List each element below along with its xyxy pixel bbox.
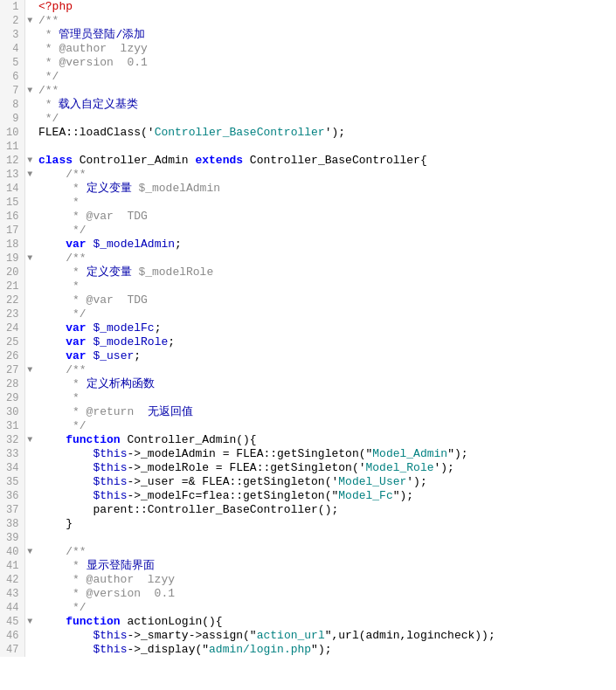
code-line: * <box>35 196 616 210</box>
code-token: * @version 0.1 <box>38 587 175 600</box>
code-line: * @var TDG <box>35 293 616 307</box>
code-token: * <box>38 182 87 195</box>
code-line: <?php <box>35 0 616 14</box>
code-token: * <box>38 196 80 209</box>
table-row: 29 * <box>0 391 616 405</box>
code-token: "); <box>311 643 331 656</box>
table-row: 42 * @author lzyy <box>0 573 616 587</box>
fold-icon <box>24 461 35 475</box>
table-row: 6 */ <box>0 70 616 84</box>
fold-icon <box>24 0 35 14</box>
code-line: var $_modelRole; <box>35 335 616 349</box>
table-row: 10FLEA::loadClass('Controller_BaseContro… <box>0 126 616 140</box>
code-token: ->_modelFc=flea::getSingleton(" <box>127 489 338 502</box>
code-token: class <box>38 154 73 167</box>
code-line: * @author lzyy <box>35 42 616 56</box>
code-token: * @var TDG <box>38 293 148 307</box>
fold-icon[interactable]: ▼ <box>24 84 35 98</box>
code-token: <?php <box>38 0 73 13</box>
code-token: ; <box>155 321 162 335</box>
code-token: Model_Admin <box>372 447 447 460</box>
code-line: function Controller_Admin(){ <box>35 433 616 447</box>
line-number: 10 <box>0 126 24 140</box>
table-row: 24 var $_modelFc; <box>0 321 616 335</box>
fold-icon[interactable]: ▼ <box>24 363 35 377</box>
fold-icon[interactable]: ▼ <box>24 615 35 629</box>
code-token: /** <box>38 545 87 558</box>
code-token: FLEA::loadClass(' <box>38 126 155 139</box>
code-token: ; <box>175 238 182 251</box>
fold-icon <box>24 587 35 601</box>
code-token: Model_User <box>338 475 406 488</box>
fold-icon <box>24 196 35 210</box>
table-row: 45▼ function actionLogin(){ <box>0 615 616 629</box>
code-line: parent::Controller_BaseController(); <box>35 503 616 517</box>
table-row: 23 */ <box>0 307 616 321</box>
code-line: * <box>35 279 616 293</box>
code-line: function actionLogin(){ <box>35 615 616 629</box>
line-number: 6 <box>0 70 24 84</box>
fold-icon <box>24 559 35 573</box>
code-token: Model_Fc <box>338 489 392 502</box>
code-token: ; <box>168 335 175 348</box>
code-line: $this->_modelFc=flea::getSingleton("Mode… <box>35 489 616 503</box>
table-row: 34 $this->_modelRole = FLEA::getSingleto… <box>0 461 616 475</box>
code-token: /** <box>38 84 59 97</box>
line-number: 5 <box>0 56 24 70</box>
code-token <box>38 489 93 502</box>
table-row: 11 <box>0 140 616 154</box>
fold-icon[interactable]: ▼ <box>24 545 35 559</box>
code-token: $this <box>93 461 127 474</box>
line-number: 30 <box>0 405 24 419</box>
fold-icon[interactable]: ▼ <box>24 14 35 28</box>
code-token: $this <box>93 489 127 502</box>
fold-icon[interactable]: ▼ <box>24 168 35 182</box>
code-token: Controller_Admin(){ <box>121 433 257 446</box>
table-row: 27▼ /** <box>0 363 616 377</box>
code-token: var <box>66 238 86 251</box>
code-line: $this->_modelAdmin = FLEA::getSingleton(… <box>35 447 616 461</box>
line-number: 45 <box>0 615 24 629</box>
code-token: */ <box>38 70 59 83</box>
code-line: */ <box>35 307 616 321</box>
table-row: 3 * 管理员登陆/添加 <box>0 28 616 42</box>
fold-icon[interactable]: ▼ <box>24 433 35 447</box>
fold-icon <box>24 126 35 140</box>
code-token: $_modelAdmin <box>132 182 220 195</box>
code-line: * @version 0.1 <box>35 587 616 601</box>
fold-icon <box>24 307 35 321</box>
fold-icon <box>24 182 35 196</box>
fold-icon[interactable]: ▼ <box>24 252 35 266</box>
line-number: 36 <box>0 489 24 503</box>
code-line: * @return 无返回值 <box>35 405 616 419</box>
table-row: 33 $this->_modelAdmin = FLEA::getSinglet… <box>0 447 616 461</box>
table-row: 2▼/** <box>0 14 616 28</box>
code-token: /** <box>38 14 59 27</box>
code-token: * <box>38 377 87 390</box>
line-number: 22 <box>0 293 24 307</box>
code-token: $this <box>93 629 127 642</box>
fold-icon <box>24 419 35 433</box>
code-line: $this->_display("admin/login.php"); <box>35 643 616 657</box>
code-token: */ <box>38 307 87 321</box>
code-line: * 管理员登陆/添加 <box>35 28 616 42</box>
code-token: $this <box>93 643 127 656</box>
code-token: function <box>66 433 120 446</box>
code-token: 显示登陆界面 <box>87 559 155 572</box>
table-row: 32▼ function Controller_Admin(){ <box>0 433 616 447</box>
code-token: $this <box>93 447 127 460</box>
line-number: 27 <box>0 363 24 377</box>
fold-icon[interactable]: ▼ <box>24 154 35 168</box>
code-token: 定义变量 <box>87 266 132 279</box>
fold-icon <box>24 28 35 42</box>
code-token <box>38 349 66 362</box>
code-line: * @var TDG <box>35 210 616 224</box>
table-row: 4 * @author lzyy <box>0 42 616 56</box>
table-row: 47 $this->_display("admin/login.php"); <box>0 643 616 657</box>
line-number: 37 <box>0 503 24 517</box>
code-token: ->_modelAdmin = FLEA::getSingleton(" <box>127 447 372 460</box>
table-row: 41 * 显示登陆界面 <box>0 559 616 573</box>
fold-icon <box>24 517 35 531</box>
table-row: 26 var $_user; <box>0 349 616 363</box>
code-token: * @return <box>38 405 148 418</box>
